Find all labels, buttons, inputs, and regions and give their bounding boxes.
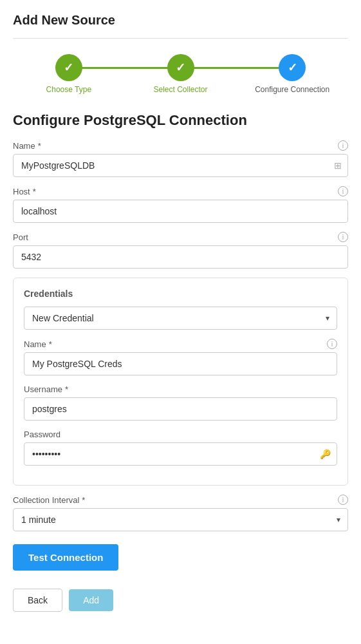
collection-interval-required: * — [82, 495, 85, 505]
stepper: ✓ Choose Type ✓ Select Collector ✓ Confi… — [13, 54, 348, 94]
page-title: Add New Source — [13, 13, 348, 28]
check-icon-3: ✓ — [288, 61, 297, 75]
password-label: Password — [24, 430, 60, 439]
cred-name-input[interactable] — [24, 352, 337, 375]
test-connection-button[interactable]: Test Connection — [13, 544, 118, 571]
name-input[interactable] — [13, 154, 348, 177]
username-required: * — [65, 384, 68, 394]
collection-interval-select[interactable]: 1 minute 5 minutes 10 minutes 30 minutes… — [13, 508, 348, 531]
back-button[interactable]: Back — [13, 589, 62, 612]
name-label: Name — [13, 141, 35, 151]
username-label: Username — [24, 384, 62, 394]
host-field-group: Host * i — [13, 186, 348, 223]
username-input[interactable] — [24, 397, 337, 421]
port-info-icon[interactable]: i — [338, 232, 348, 242]
name-info-icon[interactable]: i — [338, 140, 348, 151]
stepper-label-3: Configure Connection — [255, 85, 329, 94]
bottom-buttons: Back Add — [13, 589, 348, 612]
collection-interval-info-icon[interactable]: i — [338, 495, 348, 505]
cred-name-info-icon[interactable]: i — [327, 339, 337, 349]
form-title: Configure PostgreSQL Connection — [13, 112, 348, 129]
port-label: Port — [13, 232, 28, 242]
password-field-group: Password 🔑 — [24, 430, 337, 466]
check-icon-2: ✓ — [176, 61, 185, 75]
name-required: * — [38, 141, 41, 151]
host-label: Host — [13, 187, 30, 196]
credentials-section: Credentials New Credential ▾ Name * i — [13, 278, 348, 486]
cred-name-label: Name — [24, 339, 46, 349]
name-field-group: Name * i ⊞ — [13, 140, 348, 177]
host-required: * — [33, 187, 36, 196]
stepper-circle-3: ✓ — [279, 54, 306, 81]
stepper-circle-2: ✓ — [167, 54, 194, 81]
host-input[interactable] — [13, 200, 348, 223]
stepper-circle-1: ✓ — [55, 54, 82, 81]
password-input[interactable] — [24, 442, 337, 466]
cred-name-required: * — [49, 339, 52, 349]
collection-interval-section: Collection Interval * i 1 minute 5 minut… — [13, 495, 348, 531]
credentials-title: Credentials — [24, 289, 337, 299]
check-icon-1: ✓ — [64, 61, 73, 75]
stepper-step-2: ✓ Select Collector — [125, 54, 237, 94]
host-info-icon[interactable]: i — [338, 186, 348, 196]
stepper-step-1: ✓ Choose Type — [13, 54, 125, 94]
port-input[interactable] — [13, 245, 348, 269]
credential-select[interactable]: New Credential — [24, 307, 337, 330]
cred-name-field-group: Name * i — [24, 339, 337, 375]
name-grid-icon: ⊞ — [334, 160, 342, 171]
stepper-label-2: Select Collector — [153, 85, 207, 94]
stepper-label-1: Choose Type — [46, 85, 92, 94]
username-field-group: Username * — [24, 384, 337, 421]
stepper-step-3: ✓ Configure Connection — [236, 54, 348, 94]
password-key-icon: 🔑 — [320, 449, 331, 459]
port-field-group: Port i — [13, 232, 348, 269]
credential-dropdown-group: New Credential ▾ — [24, 307, 337, 330]
add-button[interactable]: Add — [69, 589, 113, 611]
title-divider — [13, 38, 348, 39]
collection-interval-label: Collection Interval — [13, 495, 79, 505]
